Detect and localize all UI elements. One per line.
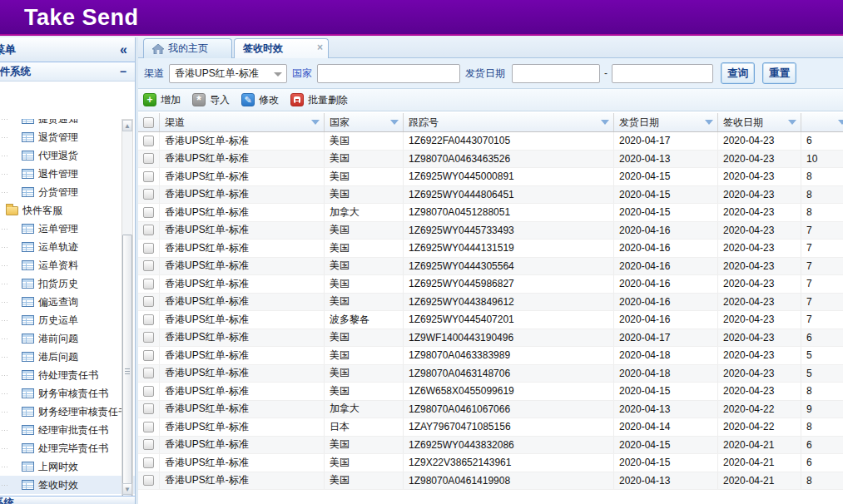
collapse-sidebar-icon[interactable]: «: [120, 37, 127, 62]
row-checkbox[interactable]: [143, 332, 154, 343]
add-button[interactable]: + 增加: [143, 93, 181, 107]
reset-button[interactable]: 重置: [762, 62, 796, 84]
batch-delete-button[interactable]: 批量删除: [290, 93, 348, 107]
table-row[interactable]: 香港UPS红单-标准 美国 1Z9X22V38652143961 2020-04…: [138, 454, 843, 472]
sidebar-tree-item[interactable]: 财务审核责任书: [0, 384, 135, 403]
row-checkbox[interactable]: [143, 171, 154, 182]
sort-icon[interactable]: [390, 120, 399, 125]
row-checkbox[interactable]: [143, 439, 154, 450]
table-row[interactable]: 香港UPS红单-标准 美国 1Z98070A0463383989 2020-04…: [138, 347, 843, 365]
edit-button[interactable]: ✎ 修改: [241, 93, 279, 107]
sidebar-tree-item[interactable]: 运单资料: [0, 256, 135, 274]
row-checkbox[interactable]: [143, 136, 154, 146]
cell-channel: 香港UPS红单-标准: [160, 168, 325, 185]
sidebar-section[interactable]: 快件客服: [0, 201, 135, 220]
sidebar-tree-item[interactable]: 港后问题: [0, 348, 135, 366]
table-row[interactable]: 香港UPS红单-标准 美国 1Z6925WY0444131519 2020-04…: [138, 240, 843, 258]
sidebar-tree-item[interactable]: 上网时效: [0, 457, 135, 476]
table-row[interactable]: 香港UPS红单-标准 美国 1Z6925WY0445733493 2020-04…: [138, 222, 843, 240]
tab-sign-time[interactable]: 签收时效 ×: [234, 38, 329, 58]
row-checkbox[interactable]: [143, 189, 154, 200]
row-checkbox[interactable]: [143, 279, 154, 289]
sidebar-panel-header[interactable]: 快件系统 −: [0, 62, 135, 82]
table-row[interactable]: 香港UPS红单-标准 美国 1Z6925WY0443832086 2020-04…: [138, 437, 843, 455]
sort-icon[interactable]: [788, 120, 796, 125]
column-header-ship-date[interactable]: 发货日期: [614, 113, 718, 131]
table-row[interactable]: 香港UPS红单-标准 美国 1Z98070A0463148706 2020-04…: [138, 365, 843, 383]
scrollbar-thumb[interactable]: [122, 235, 132, 504]
row-checkbox[interactable]: [143, 403, 154, 414]
table-row[interactable]: 香港UPS红单-标准 美国 1Z6925WY0443849612 2020-04…: [138, 294, 843, 312]
sidebar-tree-item[interactable]: 退件管理: [0, 165, 135, 183]
collapse-panel-icon[interactable]: −: [120, 62, 126, 81]
sidebar-tree-item[interactable]: 分货管理: [0, 183, 135, 201]
column-header-days[interactable]: [801, 113, 843, 131]
select-all-checkbox[interactable]: [143, 117, 154, 128]
sidebar-scrollbar[interactable]: ▲ ▼: [121, 119, 133, 496]
table-row[interactable]: 香港UPS红单-标准 美国 1Z6W658X0455099619 2020-04…: [138, 383, 843, 401]
sidebar-tree-item[interactable]: 代理退货: [0, 146, 135, 165]
table-row[interactable]: 香港UPS红单-标准 美国 1Z98070A0461419908 2020-04…: [138, 472, 843, 491]
search-button[interactable]: 查询: [721, 62, 755, 84]
row-checkbox[interactable]: [143, 153, 154, 164]
cell-country: 日本: [325, 418, 404, 436]
row-checkbox[interactable]: [143, 350, 154, 361]
table-row[interactable]: 香港UPS红单-标准 美国 1Z98070A0463463526 2020-04…: [138, 151, 843, 169]
sidebar-tree-item[interactable]: 运单管理: [0, 220, 135, 238]
table-row[interactable]: 香港UPS红单-标准 美国 1Z6922FA0443070105 2020-04…: [138, 132, 843, 151]
sidebar-tree-item[interactable]: 处理完毕责任书: [0, 439, 135, 457]
sidebar-tree-item[interactable]: 待处理责任书: [0, 366, 135, 384]
sidebar-tree-item[interactable]: 扣货历史: [0, 274, 135, 293]
sidebar-tree-item[interactable]: 港前问题: [0, 329, 135, 348]
table-icon: [22, 351, 34, 363]
sidebar-tree-item[interactable]: 偏远查询: [0, 293, 135, 311]
import-button[interactable]: * 导入: [192, 93, 230, 107]
column-header-country[interactable]: 国家: [325, 113, 404, 131]
row-checkbox[interactable]: [143, 422, 154, 432]
row-checkbox[interactable]: [143, 368, 154, 378]
table-row[interactable]: 香港UPS红单-标准 美国 1Z6925WY0444305564 2020-04…: [138, 258, 843, 276]
table-row[interactable]: 香港UPS红单-标准 美国 1Z6925WY0444806451 2020-04…: [138, 186, 843, 205]
table-row[interactable]: 香港UPS红单-标准 加拿大 1Z98070A0451288051 2020-0…: [138, 204, 843, 222]
row-checkbox[interactable]: [143, 207, 154, 218]
sort-icon[interactable]: [311, 120, 320, 125]
row-checkbox[interactable]: [143, 296, 154, 307]
column-header-channel[interactable]: 渠道: [160, 113, 325, 131]
sidebar-tree-item[interactable]: 退货管理: [0, 128, 135, 146]
table-row[interactable]: 香港UPS红单-标准 日本 1ZAY79670471085156 2020-04…: [138, 418, 843, 437]
scroll-down-icon[interactable]: ▼: [122, 483, 132, 495]
scroll-up-icon[interactable]: ▲: [122, 120, 132, 131]
column-header-tracking[interactable]: 跟踪号: [404, 113, 614, 131]
table-row[interactable]: 香港UPS红单-标准 加拿大 1Z98070A0461067066 2020-0…: [138, 401, 843, 419]
row-checkbox[interactable]: [143, 475, 154, 486]
ship-date-to-input[interactable]: [612, 64, 713, 83]
column-header-sign-date[interactable]: 签收日期: [718, 113, 801, 131]
table-row[interactable]: 香港UPS红单-标准 美国 1Z6925WY0445986827 2020-04…: [138, 275, 843, 294]
sidebar-bottom-panel[interactable]: 系统: [0, 496, 136, 504]
table-row[interactable]: 香港UPS红单-标准 美国 1Z6925WY0445000891 2020-04…: [138, 168, 843, 186]
sort-icon[interactable]: [601, 120, 609, 125]
cell-tracking: 1Z98070A0461067066: [404, 401, 614, 418]
table-row[interactable]: 香港UPS红单-标准 美国 1Z9WF1400443190496 2020-04…: [138, 329, 843, 348]
sidebar-tree-item[interactable]: 提货通知: [0, 119, 135, 128]
row-checkbox[interactable]: [143, 260, 154, 271]
sidebar-tree-item[interactable]: 经理审批责任书: [0, 421, 135, 439]
close-tab-icon[interactable]: ×: [317, 42, 323, 52]
table-row[interactable]: 香港UPS红单-标准 波多黎各 1Z6925WY0445407201 2020-…: [138, 311, 843, 329]
row-checkbox[interactable]: [143, 243, 154, 254]
country-input[interactable]: [317, 64, 460, 83]
sort-icon[interactable]: [705, 120, 713, 125]
row-checkbox[interactable]: [143, 457, 154, 468]
ship-date-from-input[interactable]: [512, 64, 600, 83]
row-checkbox[interactable]: [143, 314, 154, 325]
row-checkbox[interactable]: [143, 225, 154, 235]
tab-my-home[interactable]: 我的主页: [143, 38, 232, 58]
sidebar-tree-item[interactable]: 签收时效: [0, 476, 135, 494]
channel-select[interactable]: 香港UPS红单-标准: [169, 64, 287, 83]
cell-sign-date: 2020-04-23: [718, 151, 801, 168]
sidebar-tree-item[interactable]: 财务经理审核责任书: [0, 403, 135, 421]
row-checkbox[interactable]: [143, 386, 154, 397]
sidebar-tree-item[interactable]: 运单轨迹: [0, 238, 135, 256]
sidebar-tree-item[interactable]: 历史运单: [0, 311, 135, 329]
sort-icon[interactable]: [838, 120, 843, 125]
